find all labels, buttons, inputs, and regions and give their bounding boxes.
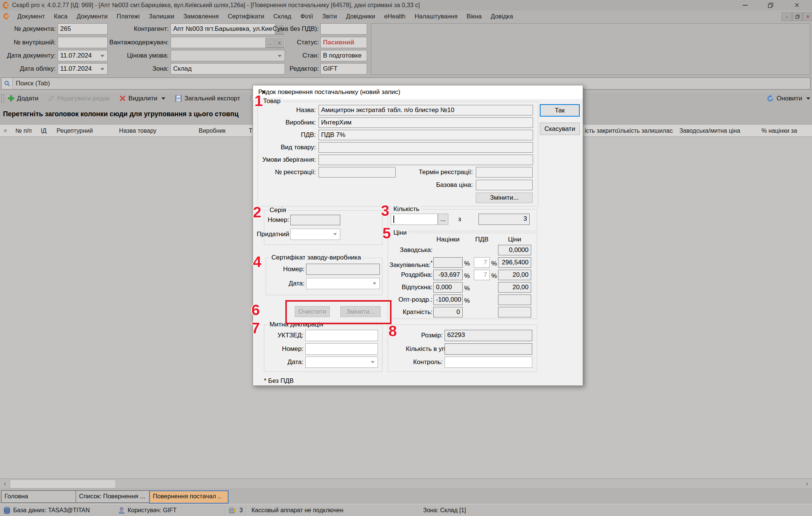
wholesale-price-field[interactable] [498, 294, 531, 305]
add-row-button[interactable]: Додати [8, 95, 38, 102]
purchase-price-field[interactable]: 296,5400 [498, 257, 531, 268]
selling-price-field[interactable]: 20,00 [498, 282, 531, 293]
menu-item-windows[interactable]: Вікна [462, 13, 486, 20]
manufacturer-field[interactable]: ИнтерХим [318, 117, 533, 128]
menu-item-certificates[interactable]: Сертифікати [223, 13, 269, 20]
cancel-button[interactable]: Скасувати [540, 123, 580, 135]
chevron-down-icon[interactable] [371, 361, 375, 363]
purchase-vat-field[interactable]: 7 [474, 257, 490, 268]
multiplicity-field[interactable]: 0 [433, 307, 463, 317]
qty-in-pack-field[interactable] [445, 343, 532, 355]
menu-item-orders[interactable]: Замовлення [179, 13, 223, 20]
state-field: В подготовке [320, 50, 367, 61]
quantity-browse-button[interactable]: ... [438, 214, 448, 225]
search-input[interactable]: Поиск (Tab) [16, 80, 50, 87]
menu-item-reports[interactable]: Звіти [318, 13, 341, 20]
column-header-prescription[interactable]: Рецептурний [51, 125, 99, 137]
menu-item-kasa[interactable]: Каса [49, 13, 72, 20]
retail-vat-field[interactable]: 7 [474, 270, 490, 280]
export-button[interactable]: Загальний експорт [175, 95, 240, 102]
series-valid-label: Придатний [257, 229, 289, 240]
minimize-button[interactable] [739, 1, 751, 10]
column-header-product-name[interactable]: Назва товару [99, 125, 177, 137]
menu-item-directories[interactable]: Довідники [341, 13, 379, 20]
close-button[interactable]: × [791, 1, 803, 10]
chevron-down-icon[interactable] [373, 282, 376, 285]
sum-no-vat-field[interactable] [320, 23, 367, 35]
registration-term-field[interactable] [476, 167, 533, 178]
plus-icon [8, 95, 14, 102]
certificate-date-field[interactable] [306, 278, 380, 289]
chevron-down-icon[interactable] [161, 97, 165, 100]
menu-item-documents[interactable]: Документи [72, 13, 112, 20]
column-header-factory-price[interactable]: Заводська/митна ціна [673, 125, 747, 137]
column-header-manufacturer[interactable]: Виробник [177, 125, 248, 137]
percent-sign: % [491, 258, 497, 269]
dialog-title: Рядок повернення постачальнику (новий за… [258, 88, 401, 96]
registration-term-label: Термін реєстрації: [411, 167, 473, 178]
menu-item-warehouse[interactable]: Склад [269, 13, 296, 20]
menu-item-stock[interactable]: Залишки [144, 13, 179, 20]
product-group: Товар [257, 101, 538, 206]
manufacturer-label: Виробник: [257, 117, 316, 128]
certificate-group-legend: Сертифікат заводу-виробника [270, 254, 363, 261]
base-price-field[interactable] [476, 180, 533, 190]
mdi-restore-button[interactable] [792, 12, 803, 21]
product-kind-field[interactable] [318, 142, 533, 153]
horizontal-scrollbar[interactable]: ‹ › [0, 478, 812, 488]
retail-markup-field[interactable]: -93,697 [433, 270, 463, 280]
scroll-right-icon[interactable]: › [803, 480, 811, 488]
menu-item-payments[interactable]: Платежі [112, 13, 144, 20]
registration-number-field[interactable] [318, 167, 396, 178]
chevron-down-icon[interactable] [333, 233, 337, 235]
scrollbar-thumb[interactable] [10, 480, 116, 489]
status-label: Статус: [264, 37, 319, 48]
customs-date-field[interactable] [305, 357, 378, 368]
user-icon [119, 507, 125, 514]
restore-button[interactable] [765, 1, 776, 10]
change-product-button[interactable]: Змінити... [476, 193, 533, 203]
footnote: * Без ПДВ [264, 376, 309, 386]
retail-price-field[interactable]: 20,00 [498, 270, 531, 280]
column-header-markup-pct[interactable]: % націнки за [746, 125, 812, 137]
cash-register-icon [229, 507, 236, 513]
quantity-input[interactable] [391, 214, 438, 225]
menu-item-settings[interactable]: Налаштування [410, 13, 462, 20]
series-number-field[interactable] [290, 215, 340, 225]
control-field[interactable] [445, 357, 532, 368]
uktzed-field[interactable] [305, 330, 378, 341]
menu-item-help[interactable]: Довідка [486, 13, 518, 20]
customs-number-field[interactable] [305, 343, 378, 355]
wholesale-markup-field[interactable]: -100,000 [433, 294, 463, 305]
mdi-close-button[interactable]: ✕ [803, 12, 812, 21]
menu-item-document[interactable]: Документ [13, 13, 49, 20]
series-valid-field[interactable] [290, 229, 340, 240]
menu-item-ehealth[interactable]: eHealth [379, 13, 410, 20]
storage-conditions-field[interactable] [318, 155, 533, 165]
save-disk-icon [175, 95, 182, 102]
toolbar-drag-handle[interactable] [1, 94, 4, 103]
chevron-down-icon[interactable] [806, 97, 810, 100]
tab-home[interactable]: Головна [1, 490, 81, 503]
menu-item-branches[interactable]: Філії [296, 13, 318, 20]
vat-field[interactable]: ПДВ 7% [318, 130, 533, 140]
certificate-number-field[interactable] [306, 264, 380, 275]
multiplicity-price-field[interactable] [498, 307, 531, 317]
menu-bar: Документ Каса Документи Платежі Залишки … [0, 11, 812, 22]
tab-returns-list[interactable]: Список: Повернення ... [76, 490, 155, 503]
red-x-icon [119, 95, 126, 102]
column-header-npp[interactable]: № п/п [11, 125, 37, 137]
purchase-markup-field[interactable] [433, 257, 463, 268]
ok-button[interactable]: Так [540, 104, 580, 117]
column-header-qty-remaining[interactable]: Кількість залишилася [618, 125, 673, 137]
refresh-button[interactable]: Оновити [766, 95, 810, 102]
scroll-left-icon[interactable]: ‹ [1, 480, 9, 488]
tab-return-to-supplier[interactable]: Повернення постачал .. [149, 490, 229, 504]
selling-markup-field[interactable]: 0,000 [433, 282, 463, 293]
size-field[interactable]: 62293 [445, 330, 532, 341]
product-name-field[interactable]: Амицитрон экстратаб табл. п/о блистер №1… [318, 105, 533, 115]
mdi-minimize-button[interactable]: – [782, 12, 792, 21]
delete-button[interactable]: Видалити [119, 95, 165, 102]
column-header-id[interactable]: ІД [37, 125, 51, 137]
edit-row-button[interactable]: Редагувати рядок [48, 95, 110, 102]
